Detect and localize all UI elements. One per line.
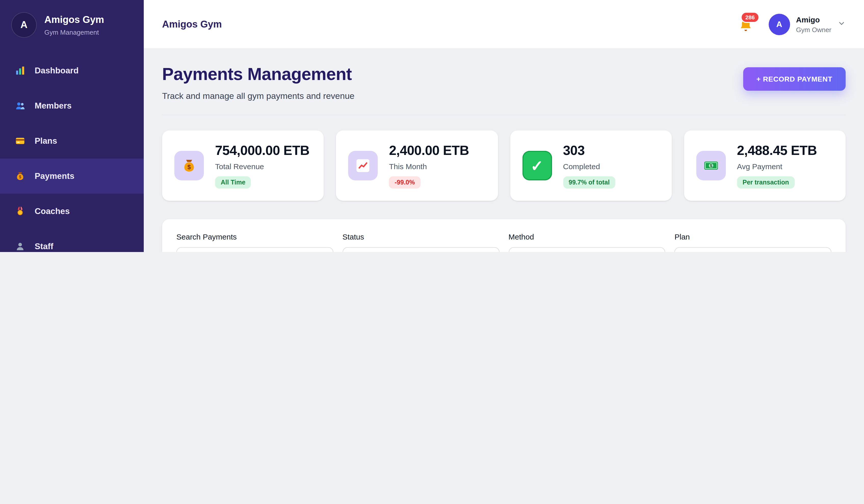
sidebar-header: A Amigos Gym Gym Management [0, 0, 144, 48]
svg-text:$: $ [19, 175, 21, 179]
search-payments-input[interactable] [176, 247, 333, 252]
line-chart-icon [348, 151, 378, 180]
top-header: Amigos Gym 286 A Amigo Gym Owner [144, 0, 864, 49]
stat-card-completed: ✓ 303 Completed 99.7% of total [510, 131, 672, 201]
search-payments-label: Search Payments [176, 232, 333, 241]
stat-badge: -99.0% [389, 176, 421, 189]
sidebar-item-label: Members [35, 101, 72, 111]
stat-card-avg-payment: $ 2,488.45 ETB Avg Payment Per transacti… [684, 131, 846, 201]
stat-badge: Per transaction [737, 176, 795, 189]
chevron-down-icon [838, 19, 845, 29]
notification-badge: 286 [741, 11, 759, 23]
stat-value: 754,000.00 ETB [215, 143, 309, 158]
gym-logo-avatar: A [11, 12, 37, 38]
page-title: Payments Management [162, 64, 355, 84]
sidebar-item-label: Coaches [35, 206, 70, 216]
filters-panel: Search Payments Status All Statuses Meth… [162, 219, 845, 252]
stat-card-total-revenue: $ 754,000.00 ETB Total Revenue All Time [162, 131, 324, 201]
sidebar-item-members[interactable]: Members [0, 88, 144, 123]
sidebar: A Amigos Gym Gym Management Dashboard Me… [0, 0, 144, 252]
plan-label: Plan [675, 232, 832, 241]
person-icon [14, 241, 25, 252]
sidebar-item-dashboard[interactable]: Dashboard [0, 53, 144, 88]
record-payment-button[interactable]: + RECORD PAYMENT [743, 67, 845, 91]
sidebar-item-payments[interactable]: $ Payments [0, 158, 144, 194]
sidebar-item-staff[interactable]: Staff [0, 229, 144, 252]
user-avatar: A [768, 13, 790, 35]
sidebar-item-coaches[interactable]: Coaches [0, 194, 144, 229]
user-menu[interactable]: A Amigo Gym Owner [768, 13, 845, 35]
user-role: Gym Owner [796, 26, 831, 33]
money-bag-icon: $ [14, 170, 25, 182]
notifications-button[interactable]: 286 [738, 13, 753, 35]
sidebar-item-label: Plans [35, 136, 57, 146]
stat-value: 303 [563, 143, 615, 158]
dollar-bill-icon: $ [696, 151, 726, 180]
sidebar-item-plans[interactable]: Plans [0, 123, 144, 158]
svg-text:$: $ [187, 164, 191, 170]
gym-tagline: Gym Management [44, 28, 104, 36]
stat-badge: 99.7% of total [563, 176, 615, 189]
sidebar-item-label: Staff [35, 242, 53, 251]
check-icon: ✓ [522, 151, 552, 180]
app-root: A Amigos Gym Gym Management Dashboard Me… [0, 0, 864, 252]
stat-label: This Month [389, 162, 469, 171]
bar-chart-icon [14, 65, 25, 76]
bell-icon [738, 26, 753, 34]
page-content: Payments Management Track and manage all… [144, 49, 864, 252]
stats-row: $ 754,000.00 ETB Total Revenue All Time … [162, 131, 845, 201]
stat-value: 2,488.45 ETB [737, 143, 817, 158]
method-select[interactable]: All Methods [508, 247, 665, 252]
header-divider [162, 115, 845, 115]
main-area: Amigos Gym 286 A Amigo Gym Owner [144, 0, 864, 252]
people-icon [14, 100, 25, 111]
plan-select[interactable]: All Plans [675, 247, 832, 252]
header-brand: Amigos Gym [162, 19, 222, 30]
stat-value: 2,400.00 ETB [389, 143, 469, 158]
svg-text:$: $ [710, 163, 712, 168]
stat-label: Total Revenue [215, 162, 309, 171]
credit-card-icon [14, 135, 25, 146]
sidebar-item-label: Payments [35, 171, 74, 181]
user-name: Amigo [796, 15, 831, 24]
sidebar-item-label: Dashboard [35, 66, 79, 75]
status-select[interactable]: All Statuses [343, 247, 500, 252]
stat-badge: All Time [215, 176, 251, 189]
page-subtitle: Track and manage all gym payments and re… [162, 91, 355, 101]
stat-label: Avg Payment [737, 162, 817, 171]
stat-label: Completed [563, 162, 615, 171]
money-bag-icon: $ [174, 151, 204, 180]
medal-icon [14, 206, 25, 217]
method-label: Method [508, 232, 665, 241]
gym-name: Amigos Gym [44, 14, 104, 25]
sidebar-nav: Dashboard Members Plans $ Payments [0, 53, 144, 252]
status-label: Status [343, 232, 500, 241]
stat-card-this-month: 2,400.00 ETB This Month -99.0% [336, 131, 498, 201]
